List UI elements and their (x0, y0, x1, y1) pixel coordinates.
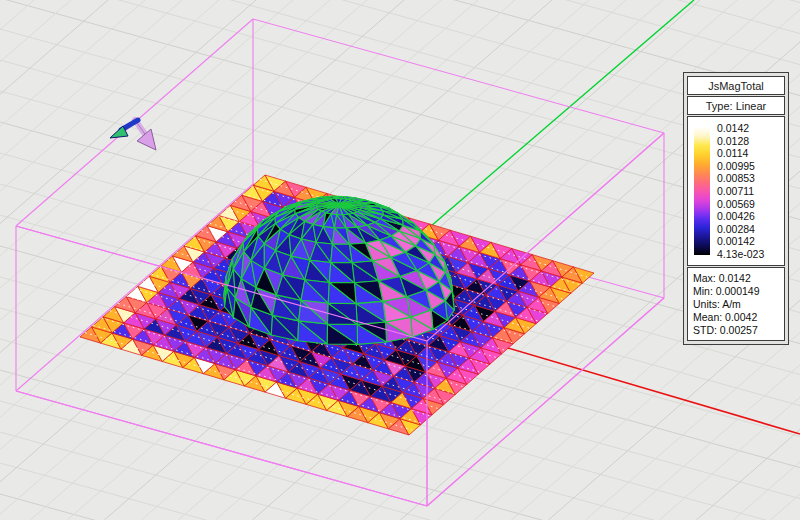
scale-tick-label: 0.00569 (717, 198, 764, 211)
scene-canvas[interactable] (0, 0, 800, 520)
stat-line: Units: A/m (693, 298, 782, 311)
scale-tick-label: 0.0114 (717, 147, 764, 160)
stat-line: Mean: 0.0042 (693, 311, 782, 324)
color-key-scale-type: Type: Linear (687, 96, 785, 115)
stat-line: Min: 0.000149 (693, 285, 782, 298)
stat-line: STD: 0.00257 (693, 324, 782, 337)
scale-tick-label: 0.0128 (717, 135, 764, 148)
color-key-panel[interactable]: JsMagTotal Type: Linear 0.01420.01280.01… (683, 72, 789, 345)
scale-tick-label: 0.00711 (717, 185, 764, 198)
3d-modeler-viewport[interactable]: JsMagTotal Type: Linear 0.01420.01280.01… (0, 0, 800, 520)
color-key-title: JsMagTotal (687, 76, 785, 95)
stat-line: Max: 0.0142 (693, 272, 782, 285)
color-gradient-bar (694, 127, 710, 255)
scale-tick-label: 0.0142 (717, 122, 764, 135)
scale-tick-label: 0.00853 (717, 172, 764, 185)
scale-tick-list: 0.01420.01280.01140.009950.008530.007110… (717, 122, 764, 261)
scale-tick-label: 0.00426 (717, 210, 764, 223)
color-key-stats: Max: 0.0142Min: 0.000149Units: A/mMean: … (687, 267, 785, 341)
scale-tick-label: 0.00142 (717, 235, 764, 248)
color-key-scale: 0.01420.01280.01140.009950.008530.007110… (687, 116, 785, 266)
scale-tick-label: 0.00284 (717, 223, 764, 236)
scale-tick-label: 0.00995 (717, 160, 764, 173)
scale-tick-label: 4.13e-023 (717, 248, 764, 261)
